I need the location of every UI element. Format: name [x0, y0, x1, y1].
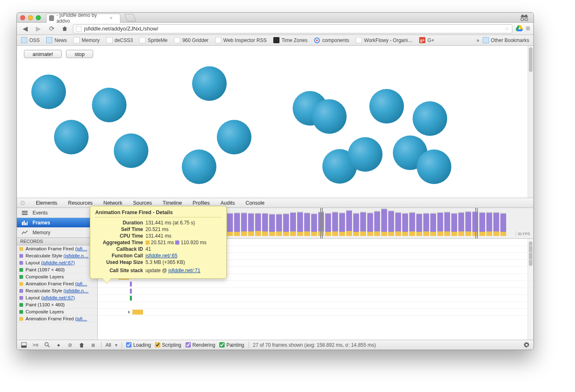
devtools-close-icon[interactable]	[19, 200, 26, 206]
frame-bar[interactable]	[290, 212, 296, 236]
forward-button[interactable]: ▶	[33, 24, 43, 34]
waterfall-row[interactable]	[98, 302, 533, 309]
record-row[interactable]: Animation Frame Fired (jsfi…	[17, 245, 97, 252]
gc-button[interactable]	[78, 341, 85, 349]
bookmark-item[interactable]: Time Zones	[273, 37, 307, 43]
frame-bar[interactable]	[241, 212, 247, 236]
overview-handle-right[interactable]	[475, 208, 478, 238]
legend-checkbox[interactable]	[219, 342, 225, 348]
record-button[interactable]: ●	[55, 341, 62, 349]
frame-bar[interactable]	[381, 208, 387, 236]
record-row[interactable]: Paint (1100 × 460)	[17, 301, 97, 308]
frame-bar[interactable]	[437, 212, 443, 236]
frame-bar[interactable]	[311, 213, 317, 236]
overflow-chevron-icon[interactable]: »	[476, 37, 479, 43]
record-row[interactable]: Animation Frame Fired (jsfi…	[17, 280, 97, 287]
record-row[interactable]: Layout (jsfiddle.net/:67)	[17, 259, 97, 266]
clear-button[interactable]: ⊘	[66, 341, 74, 349]
reload-button[interactable]: ⟳	[47, 24, 56, 34]
record-row[interactable]: Layout (jsfiddle.net/:67)	[17, 294, 97, 301]
frame-bar[interactable]	[374, 211, 380, 236]
frame-bar[interactable]	[297, 212, 303, 236]
frame-bar[interactable]	[262, 213, 268, 236]
timeline-view-frames[interactable]: Frames	[17, 218, 97, 228]
frame-bar[interactable]	[367, 212, 373, 236]
filter-dropdown-icon[interactable]: ▾	[115, 342, 117, 348]
frame-bar[interactable]	[353, 213, 359, 236]
console-toggle-button[interactable]: >≡	[32, 341, 39, 349]
frame-bar[interactable]	[339, 212, 345, 236]
frame-bar[interactable]	[486, 212, 492, 236]
star-icon[interactable]: ☆	[505, 26, 509, 32]
bookmark-item[interactable]: deCSS3	[106, 37, 133, 43]
frame-bar[interactable]	[465, 211, 471, 236]
frame-bar[interactable]	[500, 213, 506, 236]
back-button[interactable]: ◀	[20, 24, 30, 34]
frame-bar[interactable]	[423, 213, 429, 236]
legend-scripting[interactable]: Scripting	[155, 342, 181, 348]
record-row[interactable]: Composite Layers	[17, 308, 97, 315]
new-tab-button[interactable]	[124, 14, 136, 21]
browser-tab[interactable]: - jsFiddle demo by addyo ×	[46, 14, 120, 23]
frame-bar[interactable]	[276, 214, 282, 236]
timeline-view-events[interactable]: Events	[17, 208, 97, 218]
frame-bar[interactable]	[388, 210, 394, 236]
waterfall-row[interactable]	[98, 288, 533, 295]
frame-bar[interactable]	[395, 212, 401, 236]
devtools-tab-elements[interactable]: Elements	[35, 198, 58, 208]
frame-bar[interactable]	[416, 213, 422, 236]
search-icon[interactable]	[43, 341, 51, 349]
bookmark-item[interactable]: 960 Gridder	[174, 37, 208, 43]
filter-label[interactable]: All	[106, 342, 111, 348]
frame-bar[interactable]	[255, 213, 261, 236]
frame-bar[interactable]	[493, 212, 499, 236]
waterfall-bar[interactable]	[132, 310, 143, 315]
legend-checkbox[interactable]	[126, 342, 131, 348]
overview-handle-left[interactable]	[320, 208, 323, 238]
dock-button[interactable]	[20, 341, 28, 349]
record-row[interactable]: Animation Frame Fired (jsfi…	[17, 315, 97, 322]
minimize-window-button[interactable]	[28, 15, 33, 20]
bookmark-item[interactable]: g+G+	[419, 37, 434, 43]
legend-rendering[interactable]: Rendering	[185, 342, 215, 348]
stop-button[interactable]: stop	[66, 50, 94, 58]
frame-bar[interactable]	[444, 212, 450, 236]
settings-gear-icon[interactable]	[523, 341, 530, 349]
frame-bar[interactable]	[269, 214, 275, 236]
legend-loading[interactable]: Loading	[126, 342, 151, 348]
other-bookmarks[interactable]: Other Bookmarks	[483, 37, 529, 43]
frame-bar[interactable]	[346, 210, 352, 236]
waterfall-row[interactable]	[98, 295, 533, 302]
bookmark-item[interactable]: components	[314, 37, 349, 43]
callsite-link[interactable]: jsfiddle.net/:71	[169, 268, 200, 273]
drive-extension-icon[interactable]	[516, 24, 523, 33]
devtools-tab-console[interactable]: Console	[245, 198, 265, 208]
devtools-tab-resources[interactable]: Resources	[67, 198, 94, 208]
close-tab-icon[interactable]: ×	[110, 15, 113, 21]
bookmark-item[interactable]: News	[46, 37, 67, 43]
waterfall-row[interactable]	[98, 309, 533, 316]
expand-triangle-icon[interactable]	[128, 310, 130, 314]
bookmark-item[interactable]: SpriteMe	[139, 37, 167, 43]
bookmark-item[interactable]: WorkFlowy - Organi…	[356, 37, 413, 43]
bookmark-item[interactable]: OSS	[21, 37, 40, 43]
bookmark-item[interactable]: Memory	[73, 37, 99, 43]
legend-checkbox[interactable]	[185, 342, 191, 348]
bookmark-item[interactable]: Web Inspector RSS	[215, 37, 267, 43]
timeline-view-memory[interactable]: Memory	[17, 228, 97, 238]
frame-bar[interactable]	[409, 212, 415, 236]
waterfall-row[interactable]	[98, 281, 533, 288]
frame-bar[interactable]	[325, 213, 331, 236]
waterfall-bar[interactable]	[130, 282, 132, 287]
zoom-window-button[interactable]	[36, 15, 41, 20]
frame-bar[interactable]	[458, 212, 464, 236]
legend-painting[interactable]: Painting	[219, 342, 244, 348]
record-row[interactable]: Composite Layers	[17, 273, 97, 280]
frame-bar[interactable]	[451, 213, 457, 236]
frame-bar[interactable]	[479, 212, 485, 236]
tooltip-link[interactable]: jsfiddle.net/:65	[146, 253, 177, 259]
frame-bar[interactable]	[304, 212, 310, 236]
animate-button[interactable]: animate!	[24, 50, 62, 58]
waterfall-bar[interactable]	[130, 289, 132, 294]
record-row[interactable]: Recalculate Style (jsfiddle.n…	[17, 252, 97, 259]
